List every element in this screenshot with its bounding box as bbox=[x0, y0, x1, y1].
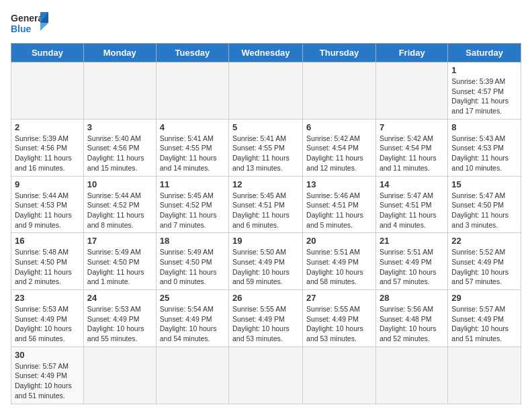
day-number: 19 bbox=[232, 236, 299, 246]
calendar-cell: 29Sunrise: 5:57 AM Sunset: 4:49 PM Dayli… bbox=[448, 290, 521, 347]
day-info: Sunrise: 5:48 AM Sunset: 4:50 PM Dayligh… bbox=[15, 247, 80, 287]
week-row-2: 9Sunrise: 5:44 AM Sunset: 4:53 PM Daylig… bbox=[11, 176, 521, 233]
calendar-cell: 17Sunrise: 5:49 AM Sunset: 4:50 PM Dayli… bbox=[83, 233, 156, 290]
day-info: Sunrise: 5:56 AM Sunset: 4:48 PM Dayligh… bbox=[380, 304, 444, 344]
day-number: 26 bbox=[232, 293, 299, 303]
day-info: Sunrise: 5:49 AM Sunset: 4:50 PM Dayligh… bbox=[87, 247, 152, 287]
calendar-cell: 9Sunrise: 5:44 AM Sunset: 4:53 PM Daylig… bbox=[11, 176, 84, 233]
day-info: Sunrise: 5:57 AM Sunset: 4:49 PM Dayligh… bbox=[451, 304, 517, 344]
day-info: Sunrise: 5:41 AM Sunset: 4:55 PM Dayligh… bbox=[232, 134, 299, 173]
calendar-cell: 21Sunrise: 5:51 AM Sunset: 4:49 PM Dayli… bbox=[375, 233, 447, 290]
day-info: Sunrise: 5:46 AM Sunset: 4:51 PM Dayligh… bbox=[306, 191, 372, 230]
week-row-1: 2Sunrise: 5:39 AM Sunset: 4:56 PM Daylig… bbox=[11, 119, 521, 176]
calendar-cell bbox=[156, 347, 228, 404]
day-number: 8 bbox=[451, 122, 517, 132]
day-number: 30 bbox=[15, 350, 80, 360]
calendar-cell: 16Sunrise: 5:48 AM Sunset: 4:50 PM Dayli… bbox=[11, 233, 84, 290]
calendar-cell: 30Sunrise: 5:57 AM Sunset: 4:49 PM Dayli… bbox=[11, 347, 84, 404]
day-number: 28 bbox=[380, 293, 444, 303]
calendar-cell bbox=[448, 347, 521, 404]
calendar-cell bbox=[156, 62, 228, 120]
day-number: 15 bbox=[451, 179, 517, 189]
day-info: Sunrise: 5:45 AM Sunset: 4:52 PM Dayligh… bbox=[160, 191, 225, 230]
day-info: Sunrise: 5:57 AM Sunset: 4:49 PM Dayligh… bbox=[15, 361, 80, 401]
calendar-cell bbox=[229, 347, 303, 404]
calendar-cell: 2Sunrise: 5:39 AM Sunset: 4:56 PM Daylig… bbox=[11, 119, 84, 176]
weekday-header-saturday: Saturday bbox=[448, 44, 521, 62]
calendar-cell: 19Sunrise: 5:50 AM Sunset: 4:49 PM Dayli… bbox=[229, 233, 303, 290]
calendar-cell bbox=[11, 62, 84, 120]
day-info: Sunrise: 5:52 AM Sunset: 4:49 PM Dayligh… bbox=[451, 247, 517, 287]
day-number: 1 bbox=[451, 65, 517, 75]
calendar-cell: 5Sunrise: 5:41 AM Sunset: 4:55 PM Daylig… bbox=[229, 119, 303, 176]
calendar-cell: 28Sunrise: 5:56 AM Sunset: 4:48 PM Dayli… bbox=[375, 290, 447, 347]
day-info: Sunrise: 5:51 AM Sunset: 4:49 PM Dayligh… bbox=[306, 247, 372, 287]
calendar-cell: 23Sunrise: 5:53 AM Sunset: 4:49 PM Dayli… bbox=[11, 290, 84, 347]
day-info: Sunrise: 5:49 AM Sunset: 4:50 PM Dayligh… bbox=[160, 247, 225, 287]
svg-text:Blue: Blue bbox=[11, 24, 32, 34]
day-info: Sunrise: 5:42 AM Sunset: 4:54 PM Dayligh… bbox=[380, 134, 444, 173]
day-number: 17 bbox=[87, 236, 152, 246]
day-info: Sunrise: 5:55 AM Sunset: 4:49 PM Dayligh… bbox=[232, 304, 299, 344]
day-number: 7 bbox=[380, 122, 444, 132]
header: General Blue bbox=[11, 11, 521, 35]
day-info: Sunrise: 5:50 AM Sunset: 4:49 PM Dayligh… bbox=[232, 247, 299, 287]
calendar-cell bbox=[375, 347, 447, 404]
calendar-cell bbox=[303, 62, 376, 120]
day-number: 6 bbox=[306, 122, 372, 132]
day-info: Sunrise: 5:42 AM Sunset: 4:54 PM Dayligh… bbox=[306, 134, 372, 173]
svg-marker-4 bbox=[40, 23, 48, 31]
day-info: Sunrise: 5:47 AM Sunset: 4:50 PM Dayligh… bbox=[451, 191, 517, 230]
calendar-cell: 1Sunrise: 5:39 AM Sunset: 4:57 PM Daylig… bbox=[448, 62, 521, 120]
logo-svg: General Blue bbox=[11, 11, 51, 35]
day-number: 22 bbox=[451, 236, 517, 246]
day-info: Sunrise: 5:44 AM Sunset: 4:52 PM Dayligh… bbox=[87, 191, 152, 230]
calendar-cell: 25Sunrise: 5:54 AM Sunset: 4:49 PM Dayli… bbox=[156, 290, 228, 347]
day-number: 23 bbox=[15, 293, 80, 303]
day-info: Sunrise: 5:53 AM Sunset: 4:49 PM Dayligh… bbox=[87, 304, 152, 344]
day-info: Sunrise: 5:40 AM Sunset: 4:56 PM Dayligh… bbox=[87, 134, 152, 173]
day-number: 2 bbox=[15, 122, 80, 132]
day-number: 10 bbox=[87, 179, 152, 189]
day-number: 18 bbox=[160, 236, 225, 246]
calendar-cell: 11Sunrise: 5:45 AM Sunset: 4:52 PM Dayli… bbox=[156, 176, 228, 233]
calendar-cell: 26Sunrise: 5:55 AM Sunset: 4:49 PM Dayli… bbox=[229, 290, 303, 347]
weekday-header-sunday: Sunday bbox=[11, 44, 84, 62]
day-number: 16 bbox=[15, 236, 80, 246]
day-info: Sunrise: 5:54 AM Sunset: 4:49 PM Dayligh… bbox=[160, 304, 225, 344]
calendar-cell: 18Sunrise: 5:49 AM Sunset: 4:50 PM Dayli… bbox=[156, 233, 228, 290]
calendar-cell: 15Sunrise: 5:47 AM Sunset: 4:50 PM Dayli… bbox=[448, 176, 521, 233]
calendar: SundayMondayTuesdayWednesdayThursdayFrid… bbox=[11, 43, 521, 404]
day-number: 4 bbox=[160, 122, 225, 132]
week-row-0: 1Sunrise: 5:39 AM Sunset: 4:57 PM Daylig… bbox=[11, 62, 521, 120]
calendar-cell: 6Sunrise: 5:42 AM Sunset: 4:54 PM Daylig… bbox=[303, 119, 376, 176]
day-number: 12 bbox=[232, 179, 299, 189]
day-info: Sunrise: 5:55 AM Sunset: 4:49 PM Dayligh… bbox=[306, 304, 372, 344]
day-number: 13 bbox=[306, 179, 372, 189]
weekday-header-tuesday: Tuesday bbox=[156, 44, 228, 62]
calendar-cell bbox=[83, 62, 156, 120]
calendar-cell: 7Sunrise: 5:42 AM Sunset: 4:54 PM Daylig… bbox=[375, 119, 447, 176]
calendar-cell: 10Sunrise: 5:44 AM Sunset: 4:52 PM Dayli… bbox=[83, 176, 156, 233]
day-number: 24 bbox=[87, 293, 152, 303]
day-number: 29 bbox=[451, 293, 517, 303]
calendar-cell: 12Sunrise: 5:45 AM Sunset: 4:51 PM Dayli… bbox=[229, 176, 303, 233]
day-info: Sunrise: 5:45 AM Sunset: 4:51 PM Dayligh… bbox=[232, 191, 299, 230]
day-number: 21 bbox=[380, 236, 444, 246]
calendar-cell: 14Sunrise: 5:47 AM Sunset: 4:51 PM Dayli… bbox=[375, 176, 447, 233]
day-number: 3 bbox=[87, 122, 152, 132]
day-info: Sunrise: 5:53 AM Sunset: 4:49 PM Dayligh… bbox=[15, 304, 80, 344]
calendar-cell: 24Sunrise: 5:53 AM Sunset: 4:49 PM Dayli… bbox=[83, 290, 156, 347]
day-info: Sunrise: 5:44 AM Sunset: 4:53 PM Dayligh… bbox=[15, 191, 80, 230]
calendar-cell: 13Sunrise: 5:46 AM Sunset: 4:51 PM Dayli… bbox=[303, 176, 376, 233]
logo: General Blue bbox=[11, 11, 51, 35]
day-number: 25 bbox=[160, 293, 225, 303]
weekday-header-monday: Monday bbox=[83, 44, 156, 62]
day-info: Sunrise: 5:41 AM Sunset: 4:55 PM Dayligh… bbox=[160, 134, 225, 173]
day-info: Sunrise: 5:47 AM Sunset: 4:51 PM Dayligh… bbox=[380, 191, 444, 230]
week-row-5: 30Sunrise: 5:57 AM Sunset: 4:49 PM Dayli… bbox=[11, 347, 521, 404]
day-number: 9 bbox=[15, 179, 80, 189]
week-row-3: 16Sunrise: 5:48 AM Sunset: 4:50 PM Dayli… bbox=[11, 233, 521, 290]
day-number: 5 bbox=[232, 122, 299, 132]
day-info: Sunrise: 5:51 AM Sunset: 4:49 PM Dayligh… bbox=[380, 247, 444, 287]
